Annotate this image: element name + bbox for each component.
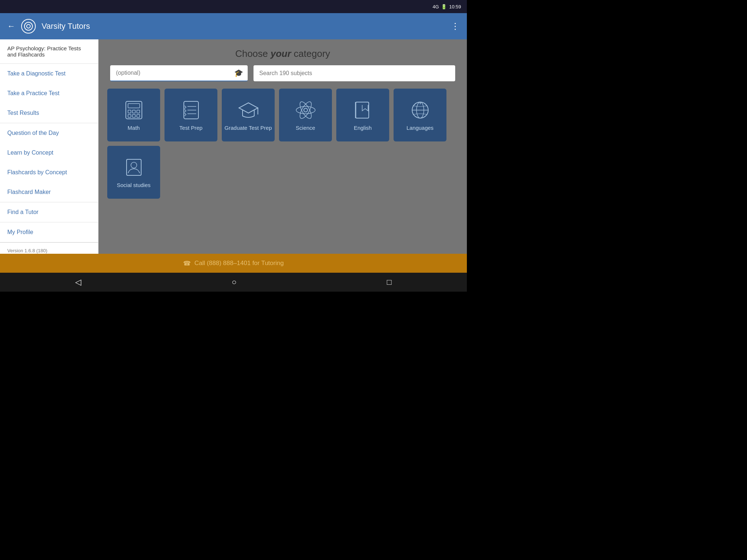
person-book-icon	[123, 156, 145, 178]
category-card-math[interactable]: Math	[107, 89, 160, 141]
sidebar-item-flashcard-maker[interactable]: Flashcard Maker	[0, 182, 98, 202]
back-button[interactable]: ←	[7, 22, 15, 31]
app-logo	[21, 19, 36, 34]
math-label: Math	[128, 125, 140, 131]
svg-point-16	[304, 108, 307, 112]
sidebar-item-my-profile[interactable]: My Profile	[0, 222, 98, 242]
sidebar-version: Version 1.6.8 (180)	[0, 242, 98, 258]
category-card-languages[interactable]: Languages	[394, 89, 446, 141]
sidebar-item-diagnostic-test[interactable]: Take a Diagnostic Test	[0, 64, 98, 83]
category-card-english[interactable]: English	[336, 89, 389, 141]
search-input-wrap	[253, 65, 455, 81]
search-input[interactable]	[258, 66, 451, 81]
app-bar: ← Varsity Tutors ⋮	[0, 13, 467, 39]
svg-rect-6	[137, 110, 140, 113]
category-grid: Math Test Prep	[98, 89, 467, 199]
sidebar-item-learn-by-concept[interactable]: Learn by Concept	[0, 143, 98, 163]
svg-point-1	[27, 24, 30, 28]
search-row: 🎓	[98, 65, 467, 89]
sidebar: AP Psychology: Practice Tests and Flashc…	[0, 39, 98, 254]
network-indicator: 4G	[433, 4, 439, 9]
languages-label: Languages	[406, 125, 433, 131]
atom-icon	[295, 99, 317, 121]
sidebar-section-learn: Question of the Day Learn by Concept Fla…	[0, 123, 98, 202]
sidebar-section-tests: Take a Diagnostic Test Take a Practice T…	[0, 64, 98, 123]
page-title: Choose your category	[98, 39, 467, 65]
sidebar-section-tutor: Find a Tutor	[0, 202, 98, 222]
category-card-grad-test-prep[interactable]: Graduate Test Prep	[222, 89, 275, 141]
phone-icon: ☎	[183, 260, 191, 267]
more-options-button[interactable]: ⋮	[451, 21, 460, 31]
battery-icon: 🔋	[441, 4, 447, 9]
globe-icon	[409, 99, 431, 121]
book-icon	[352, 99, 374, 121]
category-card-science[interactable]: Science	[279, 89, 332, 141]
clock: 10:59	[449, 4, 461, 9]
grade-input-wrap: 🎓	[110, 65, 248, 81]
sidebar-item-flashcards-by-concept[interactable]: Flashcards by Concept	[0, 163, 98, 182]
svg-rect-4	[128, 110, 131, 113]
graduation-icon	[237, 99, 259, 121]
svg-rect-7	[128, 114, 131, 117]
grade-icon: 🎓	[234, 69, 243, 77]
svg-point-0	[24, 22, 32, 30]
sidebar-item-practice-test[interactable]: Take a Practice Test	[0, 83, 98, 103]
science-label: Science	[296, 125, 315, 131]
status-bar: 4G 🔋 10:59	[0, 0, 467, 13]
sidebar-context-title: AP Psychology: Practice Tests and Flashc…	[0, 39, 98, 64]
svg-point-27	[131, 162, 137, 168]
title-normal: Choose	[235, 48, 271, 59]
english-label: English	[354, 125, 372, 131]
social-studies-label: Social studies	[117, 182, 151, 188]
nav-home-button[interactable]: ○	[224, 275, 244, 290]
sidebar-item-question-of-day[interactable]: Question of the Day	[0, 123, 98, 143]
category-card-social-studies[interactable]: Social studies	[107, 146, 160, 199]
svg-marker-14	[239, 103, 258, 113]
calculator-icon	[123, 99, 145, 121]
sidebar-item-test-results[interactable]: Test Results	[0, 103, 98, 123]
checklist-icon	[180, 99, 202, 121]
svg-rect-5	[132, 110, 135, 113]
app-title: Varsity Tutors	[42, 22, 445, 31]
content-area: Choose your category 🎓	[98, 39, 467, 254]
tutoring-text: Call (888) 888–1401 for Tutoring	[194, 260, 284, 267]
svg-rect-9	[137, 114, 140, 117]
test-prep-label: Test Prep	[179, 125, 202, 131]
nav-bar: ◁ ○ □	[0, 273, 467, 292]
category-card-test-prep[interactable]: Test Prep	[165, 89, 217, 141]
nav-recents-button[interactable]: □	[380, 275, 399, 290]
nav-back-button[interactable]: ◁	[68, 275, 89, 290]
sidebar-section-profile: My Profile	[0, 222, 98, 242]
svg-rect-26	[127, 159, 141, 175]
svg-rect-3	[128, 104, 140, 108]
title-end: category	[291, 48, 330, 59]
grade-input[interactable]	[115, 65, 234, 81]
title-italic: your	[271, 48, 291, 59]
svg-point-17	[296, 106, 315, 114]
main-layout: AP Psychology: Practice Tests and Flashc…	[0, 39, 467, 254]
svg-rect-8	[132, 114, 135, 117]
grad-test-prep-label: Graduate Test Prep	[225, 125, 272, 131]
sidebar-item-find-tutor[interactable]: Find a Tutor	[0, 202, 98, 222]
